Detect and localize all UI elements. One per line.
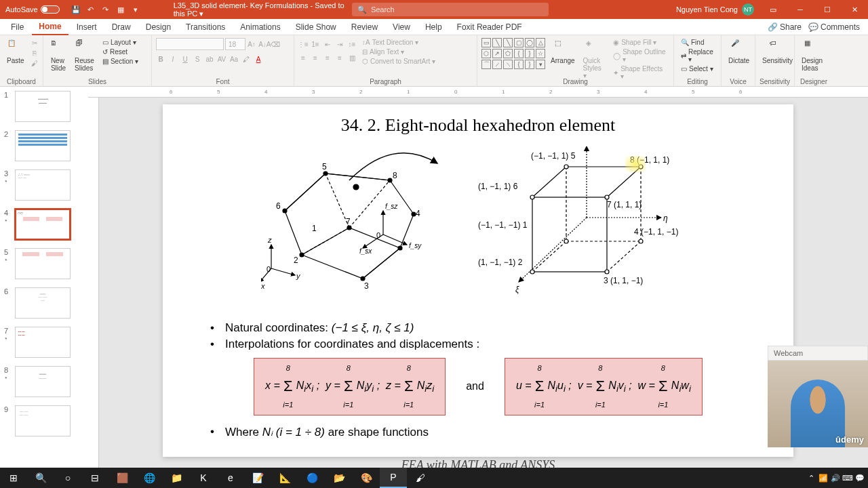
underline-icon[interactable]: U: [180, 54, 190, 64]
slide-thumb-5[interactable]: [15, 248, 71, 279]
share-button[interactable]: 🔗 Share: [768, 22, 802, 32]
tray-network-icon[interactable]: 📶: [818, 472, 829, 483]
slide-thumb-7[interactable]: ▪▪▪ ▪▪▪▪▪▪ ▪▪▪: [15, 327, 71, 358]
chrome-icon[interactable]: 🌐: [136, 468, 163, 488]
save-icon[interactable]: 💾: [71, 4, 81, 15]
start-button[interactable]: ⊞: [0, 468, 27, 488]
app-10-icon[interactable]: 🎨: [353, 468, 380, 488]
tab-review[interactable]: Review: [344, 20, 384, 35]
slide-thumbnails-panel[interactable]: 1━━━━━━━━━ 2 3⋆∴ ∵ ═══── ── 4⋆⬠ ⬡ 5⋆ 6══…: [0, 87, 88, 468]
bold-icon[interactable]: B: [156, 54, 165, 64]
undo-icon[interactable]: ↶: [85, 4, 96, 15]
formula-xyz[interactable]: x = 8Σi=1 Nixi ; y = 8Σi=1 Niyi ; z = 8Σ…: [254, 358, 446, 415]
paint-icon[interactable]: 🖌: [407, 468, 434, 488]
app-8-icon[interactable]: 🔵: [298, 468, 326, 488]
reuse-slides-button[interactable]: 🗐 Reuse Slides: [72, 38, 97, 73]
dictate-button[interactable]: 🎤 Dictate: [726, 38, 752, 66]
text-direction-button[interactable]: ↕A Text Direction ▾: [359, 38, 438, 47]
shadow-icon[interactable]: ab: [205, 54, 214, 64]
slide-thumb-2[interactable]: [15, 130, 71, 161]
formula-uvw[interactable]: u = 8Σi=1 Niui ; v = 8Σi=1 Nivi ; w = 8Σ…: [505, 358, 703, 415]
slide-thumb-3[interactable]: ∴ ∵ ═══── ──: [15, 169, 71, 201]
close-button[interactable]: ✕: [841, 0, 868, 19]
redo-icon[interactable]: ↷: [100, 4, 111, 15]
align-right-icon[interactable]: ≡: [323, 53, 332, 62]
app-4-icon[interactable]: K: [190, 468, 217, 488]
spacing-icon[interactable]: AV: [217, 54, 226, 64]
align-center-icon[interactable]: ≡: [311, 53, 320, 62]
tab-foxit[interactable]: Foxit Reader PDF: [450, 20, 529, 35]
line-spacing-icon[interactable]: ↕≡: [347, 39, 357, 49]
slide-thumb-4[interactable]: ⬠ ⬡: [15, 209, 71, 240]
layout-button[interactable]: ▭ Layout ▾: [100, 38, 141, 47]
tray-lang-icon[interactable]: ⌨: [842, 472, 853, 483]
diagram-area[interactable]: 1 2 3 4 5 6 7 8 x y z 0 f_sx f_sy f_sz 0: [190, 146, 766, 316]
find-button[interactable]: 🔍 Find: [678, 38, 717, 47]
shape-outline-button[interactable]: ◯ Shape Outline ▾: [610, 47, 669, 64]
section-button[interactable]: ▤ Section ▾: [100, 57, 141, 66]
slide-thumb-9[interactable]: ── ──── ──: [15, 405, 71, 436]
tab-help[interactable]: Help: [418, 20, 449, 35]
slide-footer[interactable]: FEA with MATLAB and ANSYS: [190, 458, 766, 468]
quick-styles-button[interactable]: ◈ Quick Styles ▾: [580, 38, 608, 81]
arrange-button[interactable]: ⬚ Arrange: [548, 38, 578, 66]
search-input[interactable]: [371, 5, 543, 14]
highlight-icon[interactable]: 🖍: [241, 54, 251, 64]
indent-dec-icon[interactable]: ⇤: [323, 39, 332, 49]
horizontal-ruler[interactable]: 6543210123456: [88, 87, 868, 98]
tray-up-icon[interactable]: ⌃: [806, 472, 816, 483]
notepad-icon[interactable]: 📝: [244, 468, 271, 488]
edge-icon[interactable]: e: [217, 468, 244, 488]
search-box[interactable]: 🔍: [352, 3, 549, 16]
comments-button[interactable]: 💬 Comments: [808, 22, 860, 32]
minimize-button[interactable]: ─: [787, 0, 814, 19]
clear-format-icon[interactable]: A⌫: [269, 39, 278, 49]
tray-volume-icon[interactable]: 🔊: [830, 472, 841, 483]
cut-icon[interactable]: ✂: [30, 38, 39, 47]
tab-insert[interactable]: Insert: [70, 20, 104, 35]
italic-icon[interactable]: I: [168, 54, 178, 64]
powerpoint-icon[interactable]: P: [380, 468, 407, 488]
taskbar[interactable]: ⊞ 🔍 ○ ⊟ 🟫 🌐 📁 K e 📝 📐 🔵 📂 🎨 P 🖌 ⌃ 📶 🔊 ⌨ …: [0, 468, 868, 488]
smartart-button[interactable]: ⬡ Convert to SmartArt ▾: [359, 57, 438, 66]
align-left-icon[interactable]: ≡: [298, 53, 308, 62]
indent-inc-icon[interactable]: ⇥: [335, 39, 344, 49]
bullet-2[interactable]: • Interpolations for coordinates and dis…: [210, 338, 766, 351]
align-text-button[interactable]: ⊟ Align Text ▾: [359, 47, 438, 56]
ribbon-display-icon[interactable]: ▭: [760, 0, 787, 19]
explorer-icon[interactable]: 📂: [326, 468, 353, 488]
bullets-icon[interactable]: ⋮≡: [298, 39, 308, 49]
slide-thumb-6[interactable]: ═══── ────: [15, 287, 71, 319]
autosave-control[interactable]: AutoSave: [0, 5, 65, 14]
increase-font-icon[interactable]: A↑: [247, 39, 256, 49]
webcam-panel[interactable]: Webcam: [768, 346, 868, 447]
tab-file[interactable]: File: [4, 20, 31, 35]
matlab-icon[interactable]: 📐: [271, 468, 298, 488]
autosave-toggle[interactable]: [41, 5, 60, 14]
tab-view[interactable]: View: [386, 20, 417, 35]
new-slide-button[interactable]: 🗎 New Slide: [47, 38, 69, 73]
tab-animations[interactable]: Animations: [233, 20, 287, 35]
slide-thumb-1[interactable]: ━━━━━━━━━: [15, 91, 71, 122]
paste-button[interactable]: 📋 Paste: [4, 38, 27, 66]
slide-title[interactable]: 34. 2. Eight-nodal hexahedron element: [190, 115, 766, 136]
case-icon[interactable]: Aa: [229, 54, 239, 64]
tray-notif-icon[interactable]: 💬: [854, 472, 865, 483]
cortana-icon[interactable]: ○: [54, 468, 81, 488]
justify-icon[interactable]: ≡: [335, 53, 344, 62]
qat-more-icon[interactable]: ▾: [130, 4, 141, 15]
reset-button[interactable]: ↺ Reset: [100, 47, 141, 56]
slide-thumb-8[interactable]: ═══───: [15, 366, 71, 397]
from-beginning-icon[interactable]: ▦: [115, 4, 126, 15]
tab-home[interactable]: Home: [32, 19, 68, 35]
app-3-icon[interactable]: 📁: [163, 468, 190, 488]
strike-icon[interactable]: S: [193, 54, 202, 64]
slide-canvas[interactable]: 34. 2. Eight-nodal hexahedron element: [163, 104, 793, 457]
bullet-3[interactable]: • Where Nᵢ (i = 1 ÷ 8) are shape functio…: [210, 425, 766, 439]
user-account[interactable]: Nguyen Tien Cong NT: [671, 3, 760, 16]
taskview-icon[interactable]: ⊟: [81, 468, 108, 488]
font-family-input[interactable]: [156, 38, 224, 50]
copy-icon[interactable]: ⎘: [30, 48, 39, 58]
select-button[interactable]: ▭ Select ▾: [678, 64, 717, 73]
tab-design[interactable]: Design: [139, 20, 178, 35]
